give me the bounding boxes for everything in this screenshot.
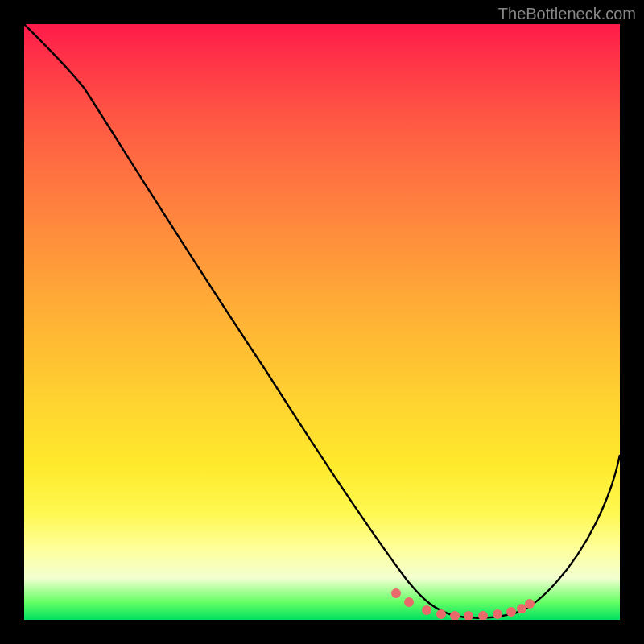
plot-area: [24, 24, 620, 620]
marker-dot: [493, 609, 502, 619]
marker-dot: [525, 599, 535, 609]
optimal-markers-group: [391, 588, 535, 620]
marker-dot: [422, 605, 431, 615]
marker-dot: [391, 588, 401, 598]
curve-svg: [24, 24, 620, 620]
marker-dot: [436, 609, 446, 619]
watermark-text: TheBottleneck.com: [498, 5, 636, 23]
marker-dot: [464, 611, 473, 620]
marker-dot: [517, 604, 526, 613]
bottleneck-curve: [24, 24, 620, 618]
marker-dot: [478, 611, 488, 620]
marker-dot: [506, 607, 516, 617]
marker-dot: [450, 611, 460, 620]
marker-dot: [404, 597, 414, 607]
